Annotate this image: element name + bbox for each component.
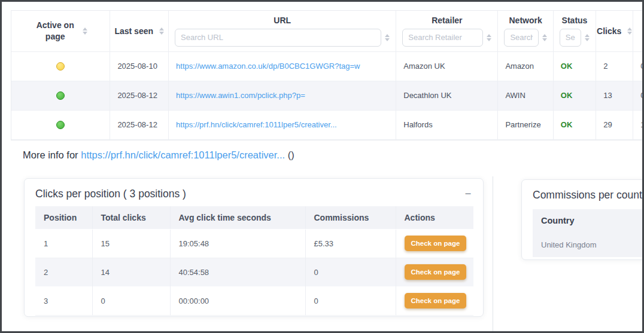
status-value: OK <box>561 91 573 100</box>
search-network-input[interactable] <box>504 29 538 47</box>
column-header-network: Network <box>498 11 553 51</box>
total-clicks-cell: 15 <box>92 229 170 258</box>
more-info-url-link[interactable]: https://prf.hn/click/camref:1011lper5/cr… <box>81 149 285 160</box>
check-on-page-button[interactable]: Check on page <box>405 236 467 251</box>
position-row: 2 14 40:54:58 0 Check on page <box>35 258 473 286</box>
status-value: OK <box>561 120 573 129</box>
active-on-page-cell <box>11 51 110 81</box>
column-header-url: URL <box>169 11 396 51</box>
network-cell: AWIN <box>498 81 553 110</box>
position-row: 3 0 00:00:00 0 Check on page <box>35 286 473 315</box>
status-dot <box>56 121 65 129</box>
avg-click-time-cell: 40:54:58 <box>170 258 305 286</box>
position-row: 1 15 19:05:48 £5.33 Check on page <box>35 229 473 258</box>
column-header-ctr[interactable]: CTR <box>633 11 644 51</box>
ctr-cell: 0.08% <box>633 51 644 81</box>
commissions-cell: £5.33 <box>305 229 396 258</box>
network-cell: Amazon <box>498 51 553 81</box>
more-info-suffix: () <box>288 149 294 160</box>
column-header-active-on-page[interactable]: Active on page <box>11 11 110 51</box>
panel-column-divider <box>493 176 493 331</box>
link-row[interactable]: 2025-08-12 https://www.awin1.com/pclick.… <box>11 81 644 110</box>
column-label: Last seen <box>114 26 153 36</box>
status-dot <box>56 62 65 71</box>
total-clicks-cell: 14 <box>92 258 170 286</box>
check-on-page-button[interactable]: Check on page <box>405 293 467 308</box>
url-link[interactable]: https://www.amazon.co.uk/dp/B0CBC1GWGR?t… <box>176 62 388 71</box>
positions-column-header: Actions <box>396 206 473 229</box>
check-on-page-button[interactable]: Check on page <box>405 264 467 280</box>
links-table: Active on page Last seen URL <box>11 10 644 140</box>
app-window: Active on page Last seen URL <box>0 0 644 333</box>
country-row: United Kingdom <box>533 232 644 257</box>
column-label: Retailer <box>402 16 491 25</box>
sort-icon[interactable] <box>487 34 491 41</box>
positions-column-header: Total clicks <box>92 206 170 229</box>
status-cell: OK <box>553 110 596 139</box>
url-cell: https://www.awin1.com/pclick.php?p= <box>169 81 396 110</box>
search-retailer-input[interactable] <box>402 29 483 47</box>
last-seen-cell: 2025-08-12 <box>110 81 169 110</box>
url-cell: https://www.amazon.co.uk/dp/B0CBC1GWGR?t… <box>169 51 396 81</box>
url-link[interactable]: https://prf.hn/click/camref:1011lper5/cr… <box>176 120 388 129</box>
status-cell: OK <box>553 51 596 81</box>
active-on-page-cell <box>11 110 110 139</box>
sort-icon[interactable] <box>159 28 164 35</box>
collapse-icon[interactable]: – <box>464 188 472 198</box>
positions-column-header: Commissions <box>305 206 396 229</box>
sort-icon[interactable] <box>83 28 87 35</box>
positions-column-header: Position <box>35 206 92 229</box>
commissions-cell: 0 <box>305 286 396 315</box>
ctr-cell: 1.13% <box>633 110 644 139</box>
column-header-clicks[interactable]: Clicks <box>596 11 633 51</box>
column-label: URL <box>175 16 390 25</box>
column-label: Active on page <box>34 20 77 42</box>
retailer-cell: Decathlon UK <box>396 81 498 110</box>
clicks-cell: 29 <box>596 110 633 139</box>
positions-header-row: Position Total clicks Avg click time sec… <box>35 206 473 229</box>
retailer-cell: Halfords <box>396 110 498 139</box>
sort-icon[interactable] <box>627 28 632 35</box>
country-cell: United Kingdom <box>533 232 644 257</box>
active-on-page-cell <box>11 81 110 110</box>
commissions-cell: 0 <box>305 258 396 286</box>
status-cell: OK <box>553 81 596 110</box>
url-cell: https://prf.hn/click/camref:1011lper5/cr… <box>169 110 396 139</box>
actions-cell: Check on page <box>396 286 473 315</box>
column-header-retailer: Retailer <box>396 11 498 51</box>
column-header-status: Status <box>553 11 596 51</box>
more-info-prefix: More info for <box>23 149 81 160</box>
sort-icon[interactable] <box>542 34 547 41</box>
column-label: Network <box>504 16 546 25</box>
position-cell: 2 <box>35 258 92 286</box>
link-row[interactable]: 2025-08-12 https://prf.hn/click/camref:1… <box>11 110 644 139</box>
actions-cell: Check on page <box>396 229 473 258</box>
last-seen-cell: 2025-08-12 <box>110 110 169 139</box>
more-info-line: More info for https://prf.hn/click/camre… <box>23 149 294 161</box>
column-label: Status <box>560 16 590 25</box>
panel-title: Clicks per position ( 3 positions ) <box>35 188 186 200</box>
positions-column-header: Avg click time seconds <box>170 206 305 229</box>
country-header-row: Country <box>533 209 644 232</box>
url-link[interactable]: https://www.awin1.com/pclick.php?p= <box>176 91 388 100</box>
links-table-header-row: Active on page Last seen URL <box>11 11 644 51</box>
clicks-per-position-panel: Clicks per position ( 3 positions ) – Po… <box>24 178 484 317</box>
status-dot <box>56 91 65 100</box>
avg-click-time-cell: 00:00:00 <box>170 286 305 315</box>
column-header-last-seen[interactable]: Last seen <box>110 11 169 51</box>
position-cell: 3 <box>35 286 92 315</box>
search-url-input[interactable] <box>175 29 381 47</box>
ctr-cell: 0.51% <box>633 81 644 110</box>
retailer-cell: Amazon UK <box>396 51 498 81</box>
sort-icon[interactable] <box>585 34 590 41</box>
link-row[interactable]: 2025-08-10 https://www.amazon.co.uk/dp/B… <box>11 51 644 81</box>
actions-cell: Check on page <box>396 258 473 286</box>
country-column-header: Country <box>533 209 644 232</box>
clicks-cell: 2 <box>596 51 633 81</box>
position-cell: 1 <box>35 229 92 258</box>
network-cell: Partnerize <box>498 110 553 139</box>
sort-icon[interactable] <box>385 34 390 41</box>
search-status-input[interactable] <box>560 29 581 47</box>
avg-click-time-cell: 19:05:48 <box>170 229 305 258</box>
last-seen-cell: 2025-08-10 <box>110 51 169 81</box>
